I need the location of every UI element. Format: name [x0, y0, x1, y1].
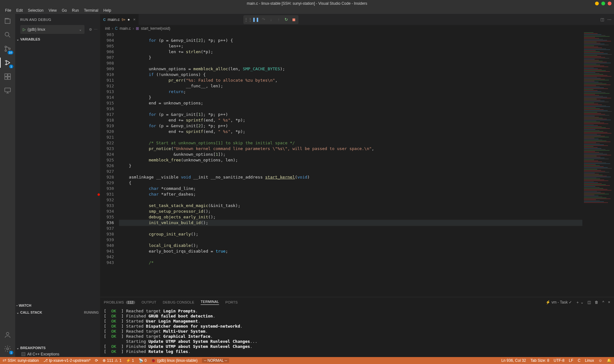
close-button[interactable] — [608, 2, 611, 5]
drag-handle-icon[interactable]: ⋮⋮ — [245, 16, 252, 23]
panel-tab-output[interactable]: OUTPUT — [141, 300, 156, 304]
svg-rect-4 — [5, 74, 7, 76]
eol[interactable]: LF — [569, 358, 573, 363]
task-selector[interactable]: ⚡ vm - Task ✓ — [546, 300, 572, 304]
restart-icon[interactable]: ↻ — [283, 16, 290, 23]
titlebar: main.c - linux-stable [SSH: sunyi-statio… — [0, 0, 614, 7]
window-controls — [595, 2, 611, 5]
callstack-body — [15, 316, 100, 344]
menubar: File Edit Selection View Go Run Terminal… — [0, 7, 614, 14]
section-variables[interactable]: ⌄ VARIABLES — [15, 36, 100, 43]
svg-rect-5 — [5, 77, 7, 79]
c-file-icon: C — [115, 26, 118, 31]
sidebar-title: RUN AND DEBUG — [15, 14, 100, 25]
debug-config-selector[interactable]: ▷ (gdb) linux ⌄ — [20, 25, 85, 34]
search-icon[interactable] — [3, 30, 12, 39]
settings-badge: 1 — [9, 351, 13, 355]
scm-icon[interactable]: 10 — [3, 44, 12, 53]
maximize-panel-icon[interactable]: ^ — [602, 300, 604, 304]
statusbar: ⮂ SSH: sunyi-station ⎇ tp-xsave-v1-2-ups… — [0, 357, 614, 364]
svg-point-10 — [7, 348, 9, 350]
chevron-down-icon[interactable]: ⌄ — [79, 27, 82, 32]
start-debug-icon[interactable]: ▷ — [23, 27, 26, 32]
tab-main-c[interactable]: C main.c 9+ ● × — [100, 14, 139, 25]
dirty-indicator: ● — [128, 17, 130, 22]
os-indicator[interactable]: Linux — [585, 358, 594, 363]
breakpoint-item[interactable]: All C++ Exceptions — [15, 351, 100, 357]
close-panel-icon[interactable]: × — [608, 300, 610, 304]
tab-size[interactable]: Tab Size: 8 — [530, 358, 549, 363]
step-over-icon: ↷ — [260, 16, 267, 23]
split-editor-icon[interactable]: ◫ — [600, 17, 604, 22]
svg-rect-8 — [5, 88, 10, 92]
chevron-icon: ⌄ — [16, 38, 19, 41]
new-terminal-icon[interactable]: ＋ ⌄ — [576, 300, 584, 305]
breadcrumb[interactable]: init › C main.c › ⊞ start_kernel(void) — [100, 25, 614, 32]
menu-run[interactable]: Run — [69, 8, 81, 13]
maximize-button[interactable] — [601, 2, 605, 5]
debug-toolbar[interactable]: ⋮⋮ ❚❚ ↷ ↓ ↑ ↻ ◼ — [243, 15, 298, 24]
c-file-icon: C — [103, 18, 106, 22]
checkbox[interactable] — [22, 352, 25, 356]
panel-tab-debug[interactable]: DEBUG CONSOLE — [163, 300, 194, 304]
chevron-icon: ⌄ — [16, 346, 19, 350]
radio-indicator[interactable]: 📡 0 — [139, 358, 147, 363]
chevron-icon: ⌄ — [16, 311, 19, 314]
menu-file[interactable]: File — [3, 8, 14, 13]
section-breakpoints[interactable]: ⌄ BREAKPOINTS — [15, 344, 100, 351]
settings-gear-icon[interactable]: 1 — [3, 344, 12, 353]
function-icon: ⊞ — [136, 26, 139, 31]
bottom-panel: PROBLEMS 112 OUTPUT DEBUG CONSOLE TERMIN… — [100, 297, 614, 357]
debug-icon[interactable]: 1 — [3, 58, 12, 67]
svg-rect-6 — [8, 77, 10, 79]
split-terminal-icon[interactable]: ◫ — [587, 300, 591, 304]
more-actions-icon[interactable]: ⋯ — [607, 17, 611, 22]
menu-selection[interactable]: Selection — [25, 8, 46, 13]
sidebar: RUN AND DEBUG ▷ (gdb) linux ⌄ ⚙ ⋯ ⌄ VARI… — [15, 14, 100, 357]
panel-tab-problems[interactable]: PROBLEMS 112 — [104, 300, 135, 304]
section-callstack[interactable]: ⌄ CALL STACK RUNNING — [15, 309, 100, 316]
menu-edit[interactable]: Edit — [14, 8, 25, 13]
scm-badge: 10 — [8, 51, 13, 54]
menu-go[interactable]: Go — [59, 8, 69, 13]
encoding[interactable]: UTF-8 — [554, 358, 564, 363]
cursor-position[interactable]: Ln 936, Col 32 — [501, 358, 526, 363]
variables-body — [15, 43, 100, 302]
minimap[interactable] — [582, 32, 614, 297]
menu-terminal[interactable]: Terminal — [81, 8, 101, 13]
minimize-button[interactable] — [595, 2, 599, 5]
stop-icon[interactable]: ◼ — [290, 16, 297, 23]
section-watch[interactable]: › WATCH — [15, 302, 100, 309]
branch-indicator[interactable]: ⎇ tp-xsave-v1-2-upstream* — [43, 358, 91, 363]
panel-tab-ports[interactable]: PORTS — [225, 300, 238, 304]
feedback-icon[interactable]: ☺ — [598, 358, 602, 363]
close-tab-icon[interactable]: × — [133, 17, 136, 22]
svg-point-2 — [5, 50, 7, 52]
remote-explorer-icon[interactable] — [3, 86, 12, 95]
gear-icon[interactable]: ⚙ — [89, 28, 92, 32]
lang-mode[interactable]: C — [578, 358, 580, 363]
kill-terminal-icon[interactable]: 🗑 — [595, 300, 598, 304]
account-icon[interactable] — [3, 330, 12, 339]
panel-tab-terminal[interactable]: TERMINAL — [201, 300, 219, 305]
pause-icon[interactable]: ❚❚ — [252, 16, 259, 23]
menu-view[interactable]: View — [46, 8, 59, 13]
vim-mode: -- NORMAL -- — [202, 358, 229, 363]
svg-point-9 — [6, 332, 9, 335]
sync-icon[interactable]: ⟳ — [95, 358, 98, 363]
code-editor[interactable]: 9039049059069079089099109119129139149159… — [100, 32, 614, 297]
notifications-icon[interactable]: 🔔 — [607, 358, 611, 363]
menu-help[interactable]: Help — [101, 8, 114, 13]
explorer-icon[interactable] — [3, 16, 12, 25]
terminal[interactable]: [ OK ] Reached target Login Prompts. [ O… — [100, 307, 614, 357]
remote-indicator[interactable]: ⮂ SSH: sunyi-station — [3, 358, 39, 363]
extensions-icon[interactable] — [3, 72, 12, 81]
problems-indicator[interactable]: ⊗ 111 ⚠ 1 — [103, 358, 122, 363]
chevron-icon: › — [15, 305, 19, 306]
step-into-icon: ↓ — [267, 16, 274, 23]
svg-rect-7 — [8, 74, 10, 76]
more-icon[interactable]: ⋯ — [94, 28, 97, 32]
activity-bar: 10 1 1 — [0, 14, 15, 357]
ports-indicator[interactable]: ⚡ 1 — [126, 358, 134, 363]
debug-target[interactable]: 🐞 (gdb) linux (linux-stable) — [151, 358, 197, 363]
